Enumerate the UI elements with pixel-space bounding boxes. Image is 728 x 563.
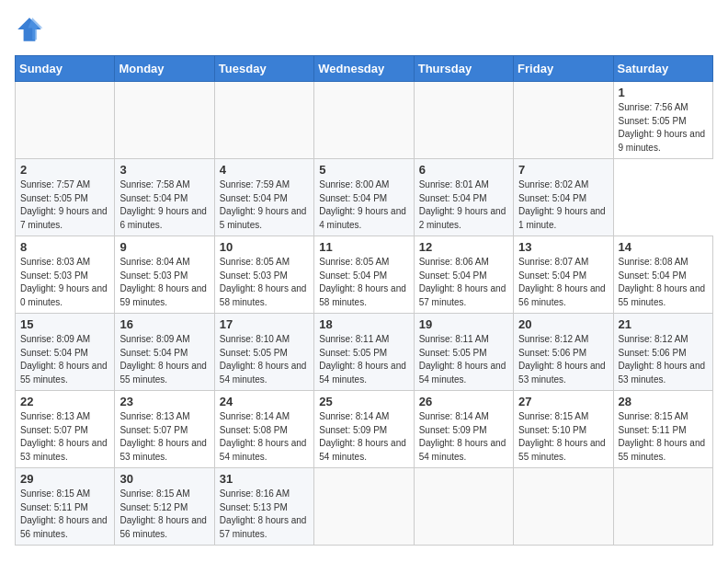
calendar-day-cell: 10Sunrise: 8:05 AMSunset: 5:03 PMDayligh… xyxy=(214,236,313,314)
day-info: Sunrise: 8:15 AMSunset: 5:11 PMDaylight:… xyxy=(20,488,108,539)
day-number: 18 xyxy=(319,317,408,331)
day-number: 11 xyxy=(319,240,408,254)
calendar-day-cell: 20Sunrise: 8:12 AMSunset: 5:06 PMDayligh… xyxy=(514,314,613,391)
day-number: 5 xyxy=(319,163,408,177)
day-header-monday: Monday xyxy=(115,56,214,82)
empty-cell xyxy=(115,82,214,159)
day-number: 22 xyxy=(20,395,109,408)
day-info: Sunrise: 8:15 AMSunset: 5:11 PMDaylight:… xyxy=(619,411,706,462)
empty-cell xyxy=(613,468,712,546)
day-info: Sunrise: 8:13 AMSunset: 5:07 PMDaylight:… xyxy=(119,411,207,462)
day-number: 15 xyxy=(20,317,109,331)
calendar-day-cell: 29Sunrise: 8:15 AMSunset: 5:11 PMDayligh… xyxy=(16,468,115,546)
day-info: Sunrise: 8:13 AMSunset: 5:07 PMDaylight:… xyxy=(20,411,108,462)
calendar-day-cell: 2Sunrise: 7:57 AMSunset: 5:05 PMDaylight… xyxy=(16,159,115,236)
day-number: 3 xyxy=(119,163,209,177)
day-info: Sunrise: 8:00 AMSunset: 5:04 PMDaylight:… xyxy=(319,179,406,230)
calendar-day-cell: 8Sunrise: 8:03 AMSunset: 5:03 PMDaylight… xyxy=(16,236,115,314)
empty-cell xyxy=(314,468,414,546)
empty-cell xyxy=(414,82,513,159)
day-number: 29 xyxy=(20,472,109,486)
day-number: 12 xyxy=(419,240,508,254)
day-info: Sunrise: 8:11 AMSunset: 5:05 PMDaylight:… xyxy=(319,334,406,385)
day-number: 20 xyxy=(518,317,608,331)
day-info: Sunrise: 8:11 AMSunset: 5:05 PMDaylight:… xyxy=(419,334,506,385)
day-info: Sunrise: 8:07 AMSunset: 5:04 PMDaylight:… xyxy=(518,257,606,307)
calendar-day-cell: 3Sunrise: 7:58 AMSunset: 5:04 PMDaylight… xyxy=(115,159,214,236)
day-info: Sunrise: 7:56 AMSunset: 5:05 PMDaylight:… xyxy=(619,102,706,153)
calendar-table: SundayMondayTuesdayWednesdayThursdayFrid… xyxy=(15,55,713,546)
day-number: 24 xyxy=(220,395,309,408)
day-number: 17 xyxy=(220,317,309,331)
day-info: Sunrise: 8:06 AMSunset: 5:04 PMDaylight:… xyxy=(419,257,506,307)
calendar-week-row: 2Sunrise: 7:57 AMSunset: 5:05 PMDaylight… xyxy=(16,159,713,236)
day-number: 1 xyxy=(619,86,708,99)
day-header-friday: Friday xyxy=(514,56,613,82)
logo-icon xyxy=(15,15,44,44)
day-info: Sunrise: 8:03 AMSunset: 5:03 PMDaylight:… xyxy=(20,257,108,307)
day-info: Sunrise: 7:58 AMSunset: 5:04 PMDaylight:… xyxy=(119,179,207,230)
day-number: 19 xyxy=(419,317,508,331)
day-header-saturday: Saturday xyxy=(613,56,712,82)
day-info: Sunrise: 7:59 AMSunset: 5:04 PMDaylight:… xyxy=(220,179,307,230)
day-number: 4 xyxy=(220,163,309,177)
day-info: Sunrise: 8:05 AMSunset: 5:03 PMDaylight:… xyxy=(220,257,307,307)
calendar-day-cell: 4Sunrise: 7:59 AMSunset: 5:04 PMDaylight… xyxy=(214,159,313,236)
day-info: Sunrise: 8:08 AMSunset: 5:04 PMDaylight:… xyxy=(619,257,706,307)
calendar-day-cell: 16Sunrise: 8:09 AMSunset: 5:04 PMDayligh… xyxy=(115,314,214,391)
calendar-day-cell: 13Sunrise: 8:07 AMSunset: 5:04 PMDayligh… xyxy=(514,236,613,314)
day-number: 16 xyxy=(119,317,209,331)
day-info: Sunrise: 8:14 AMSunset: 5:09 PMDaylight:… xyxy=(319,411,406,462)
calendar-week-row: 15Sunrise: 8:09 AMSunset: 5:04 PMDayligh… xyxy=(16,314,713,391)
calendar-day-cell: 14Sunrise: 8:08 AMSunset: 5:04 PMDayligh… xyxy=(613,236,712,314)
calendar-week-row: 29Sunrise: 8:15 AMSunset: 5:11 PMDayligh… xyxy=(16,468,713,546)
svg-marker-0 xyxy=(17,17,41,41)
calendar-header-row: SundayMondayTuesdayWednesdayThursdayFrid… xyxy=(16,56,713,82)
day-number: 23 xyxy=(119,395,209,408)
day-info: Sunrise: 8:16 AMSunset: 5:13 PMDaylight:… xyxy=(220,488,307,539)
day-number: 7 xyxy=(518,163,608,177)
day-header-tuesday: Tuesday xyxy=(214,56,313,82)
day-info: Sunrise: 8:04 AMSunset: 5:03 PMDaylight:… xyxy=(119,257,207,307)
day-info: Sunrise: 8:12 AMSunset: 5:06 PMDaylight:… xyxy=(518,334,606,385)
day-number: 9 xyxy=(119,240,209,254)
calendar-day-cell: 26Sunrise: 8:14 AMSunset: 5:09 PMDayligh… xyxy=(414,391,513,468)
calendar-day-cell: 21Sunrise: 8:12 AMSunset: 5:06 PMDayligh… xyxy=(613,314,712,391)
page-header xyxy=(15,15,713,44)
day-number: 31 xyxy=(220,472,309,486)
calendar-day-cell: 30Sunrise: 8:15 AMSunset: 5:12 PMDayligh… xyxy=(115,468,214,546)
day-info: Sunrise: 8:01 AMSunset: 5:04 PMDaylight:… xyxy=(419,179,506,230)
calendar-day-cell: 18Sunrise: 8:11 AMSunset: 5:05 PMDayligh… xyxy=(314,314,414,391)
day-number: 26 xyxy=(419,395,508,408)
calendar-week-row: 1Sunrise: 7:56 AMSunset: 5:05 PMDaylight… xyxy=(16,82,713,159)
day-info: Sunrise: 8:05 AMSunset: 5:04 PMDaylight:… xyxy=(319,257,406,307)
calendar-day-cell: 1Sunrise: 7:56 AMSunset: 5:05 PMDaylight… xyxy=(613,82,712,159)
calendar-day-cell: 6Sunrise: 8:01 AMSunset: 5:04 PMDaylight… xyxy=(414,159,513,236)
calendar-week-row: 22Sunrise: 8:13 AMSunset: 5:07 PMDayligh… xyxy=(16,391,713,468)
calendar-day-cell: 28Sunrise: 8:15 AMSunset: 5:11 PMDayligh… xyxy=(613,391,712,468)
day-info: Sunrise: 8:12 AMSunset: 5:06 PMDaylight:… xyxy=(619,334,706,385)
day-info: Sunrise: 8:15 AMSunset: 5:12 PMDaylight:… xyxy=(119,488,207,539)
day-info: Sunrise: 7:57 AMSunset: 5:05 PMDaylight:… xyxy=(20,179,108,230)
day-number: 10 xyxy=(220,240,309,254)
calendar-day-cell: 7Sunrise: 8:02 AMSunset: 5:04 PMDaylight… xyxy=(514,159,613,236)
calendar-week-row: 8Sunrise: 8:03 AMSunset: 5:03 PMDaylight… xyxy=(16,236,713,314)
calendar-day-cell: 27Sunrise: 8:15 AMSunset: 5:10 PMDayligh… xyxy=(514,391,613,468)
day-number: 27 xyxy=(518,395,608,408)
day-info: Sunrise: 8:10 AMSunset: 5:05 PMDaylight:… xyxy=(220,334,307,385)
day-info: Sunrise: 8:09 AMSunset: 5:04 PMDaylight:… xyxy=(20,334,108,385)
empty-cell xyxy=(16,82,115,159)
day-number: 21 xyxy=(619,317,708,331)
day-number: 2 xyxy=(20,163,109,177)
day-info: Sunrise: 8:14 AMSunset: 5:08 PMDaylight:… xyxy=(220,411,307,462)
day-info: Sunrise: 8:15 AMSunset: 5:10 PMDaylight:… xyxy=(518,411,606,462)
calendar-day-cell: 25Sunrise: 8:14 AMSunset: 5:09 PMDayligh… xyxy=(314,391,414,468)
calendar-day-cell: 9Sunrise: 8:04 AMSunset: 5:03 PMDaylight… xyxy=(115,236,214,314)
empty-cell xyxy=(314,82,414,159)
empty-cell xyxy=(514,82,613,159)
day-number: 25 xyxy=(319,395,408,408)
day-number: 28 xyxy=(619,395,708,408)
calendar-day-cell: 11Sunrise: 8:05 AMSunset: 5:04 PMDayligh… xyxy=(314,236,414,314)
calendar-day-cell: 31Sunrise: 8:16 AMSunset: 5:13 PMDayligh… xyxy=(214,468,313,546)
calendar-day-cell: 17Sunrise: 8:10 AMSunset: 5:05 PMDayligh… xyxy=(214,314,313,391)
